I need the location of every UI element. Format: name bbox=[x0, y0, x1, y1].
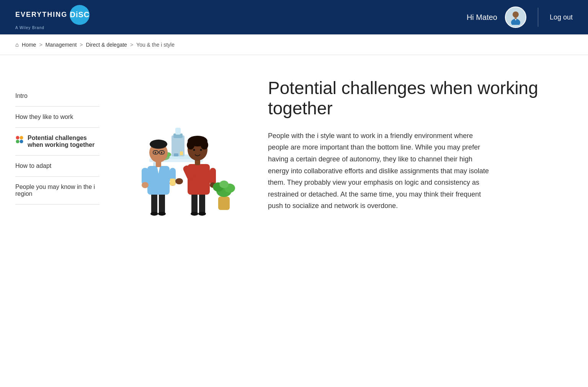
svg-rect-3 bbox=[514, 17, 516, 19]
sidebar: Intro How they like to work Potential ch… bbox=[15, 86, 100, 223]
sidebar-label-intro: Intro bbox=[15, 93, 28, 99]
breadcrumb-direct-delegate[interactable]: Direct & delegate bbox=[86, 42, 127, 48]
svg-rect-27 bbox=[175, 128, 181, 135]
svg-point-41 bbox=[142, 182, 149, 188]
sidebar-label-challenges: Potential challenges when working togeth… bbox=[28, 135, 100, 148]
svg-point-71 bbox=[200, 149, 202, 151]
sidebar-item-how-they-like[interactable]: How they like to work bbox=[15, 107, 100, 128]
greeting-text: Hi Mateo bbox=[467, 13, 497, 22]
svg-point-11 bbox=[16, 136, 20, 140]
avatar-icon bbox=[508, 10, 523, 25]
logo-everything-text: EVERYTHING bbox=[15, 11, 67, 19]
svg-point-0 bbox=[513, 11, 519, 18]
breadcrumb-sep-2: > bbox=[80, 42, 83, 48]
illustration-area bbox=[100, 78, 253, 223]
sidebar-label-adapt: How to adapt bbox=[15, 163, 51, 169]
svg-rect-28 bbox=[174, 153, 178, 156]
svg-point-61 bbox=[175, 178, 183, 184]
breadcrumb-sep-3: > bbox=[130, 42, 133, 48]
sidebar-item-challenges[interactable]: Potential challenges when working togeth… bbox=[15, 128, 100, 156]
header-divider bbox=[538, 8, 538, 27]
svg-rect-53 bbox=[191, 193, 198, 214]
svg-point-56 bbox=[198, 212, 206, 216]
content-title: Potential challenges when working togeth… bbox=[268, 78, 573, 119]
breadcrumb-current: You & the i style bbox=[136, 42, 175, 48]
svg-point-51 bbox=[155, 152, 156, 153]
svg-rect-72 bbox=[218, 197, 230, 210]
sidebar-item-people[interactable]: People you may know in the i region bbox=[15, 177, 100, 205]
breadcrumb: ⌂ Home > Management > Direct & delegate … bbox=[0, 34, 588, 55]
svg-point-69 bbox=[191, 136, 204, 144]
svg-point-52 bbox=[161, 152, 162, 153]
svg-point-12 bbox=[20, 136, 23, 140]
svg-rect-34 bbox=[151, 193, 157, 214]
logout-button[interactable]: Log out bbox=[550, 13, 573, 21]
svg-point-37 bbox=[158, 212, 166, 216]
logo-disc-circle: DiSC bbox=[70, 5, 90, 25]
content-body: People with the i style want to work in … bbox=[268, 130, 490, 212]
active-indicator-icon-3 bbox=[15, 135, 24, 144]
sidebar-item-intro[interactable]: Intro bbox=[15, 86, 100, 107]
svg-point-70 bbox=[193, 149, 195, 151]
svg-point-14 bbox=[20, 140, 23, 143]
svg-rect-35 bbox=[159, 193, 165, 214]
content-area: Potential challenges when working togeth… bbox=[253, 78, 573, 223]
illustration bbox=[107, 78, 245, 223]
svg-rect-29 bbox=[180, 151, 183, 155]
svg-rect-54 bbox=[199, 193, 205, 214]
svg-rect-44 bbox=[170, 179, 175, 185]
sidebar-item-adapt[interactable]: How to adapt bbox=[15, 156, 100, 177]
header: EVERYTHING DiSC A Wiley Brand Hi Mateo bbox=[0, 0, 588, 34]
breadcrumb-management[interactable]: Management bbox=[46, 42, 77, 48]
avatar bbox=[505, 7, 526, 28]
logo-wiley-text: A Wiley Brand bbox=[15, 26, 44, 30]
main-content: Intro How they like to work Potential ch… bbox=[0, 55, 588, 246]
breadcrumb-home[interactable]: Home bbox=[22, 42, 36, 48]
svg-point-76 bbox=[219, 180, 229, 188]
svg-point-13 bbox=[16, 140, 20, 143]
svg-point-36 bbox=[150, 212, 158, 216]
home-icon: ⌂ bbox=[15, 41, 19, 48]
svg-point-55 bbox=[191, 212, 198, 216]
logo-area: EVERYTHING DiSC A Wiley Brand bbox=[15, 5, 90, 30]
sidebar-label-people: People you may know in the i region bbox=[15, 184, 100, 197]
header-right: Hi Mateo Log out bbox=[467, 7, 573, 28]
sidebar-label-how-they-like: How they like to work bbox=[15, 114, 73, 120]
breadcrumb-sep-1: > bbox=[39, 42, 42, 48]
logo-disc-text: DiSC bbox=[70, 10, 90, 19]
svg-point-47 bbox=[150, 140, 167, 149]
